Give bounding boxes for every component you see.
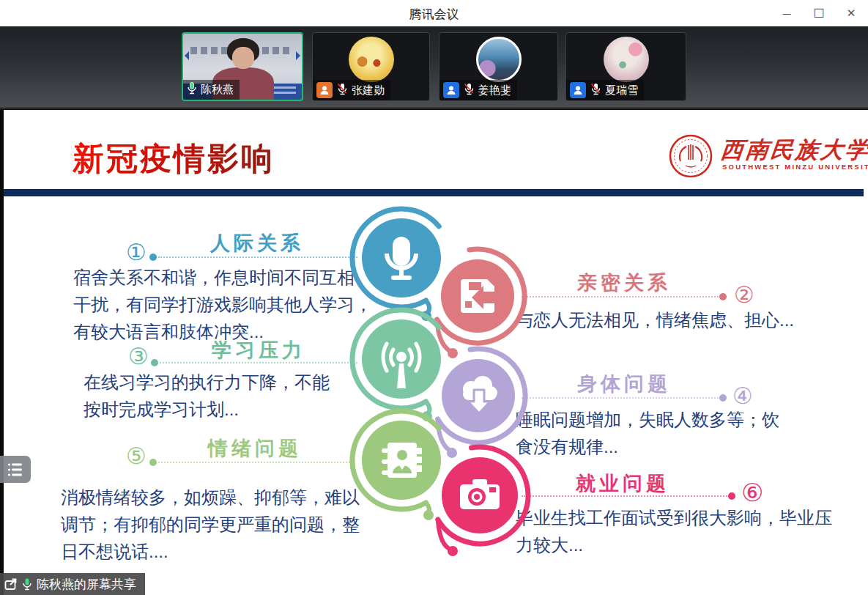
broadcast-antenna-icon-circle	[352, 310, 441, 421]
title-divider-bar	[4, 189, 864, 196]
avatar	[349, 37, 394, 82]
infographic-icon-column	[341, 198, 531, 564]
university-name-en: SOUTHWEST MINZU UNIVERSITY	[722, 163, 868, 171]
section-title-5: 情绪问题	[208, 435, 302, 462]
participant-tile-jiangyanfei[interactable]: 姜艳斐	[439, 32, 558, 101]
section-body-3: 在线习学习的执行力下降，不能 按时完成学习计划...	[84, 369, 330, 423]
maximize-button[interactable]: ☐	[808, 3, 830, 23]
section-number-1: ①	[126, 239, 146, 266]
mic-muted-icon	[590, 83, 601, 98]
connector-dot	[151, 359, 158, 366]
floppy-disk-icon-circle	[437, 249, 524, 358]
window-controls: ─ ☐ ✕	[776, 0, 862, 26]
address-book-icon-circle	[352, 411, 441, 520]
letterbox-strip	[0, 110, 4, 595]
section-number-6: ⑥	[741, 478, 763, 507]
university-logo: 西南民族大学 SOUTHWEST MINZU UNIVERSITY	[668, 133, 844, 179]
mic-active-icon	[187, 82, 197, 97]
section-body-1: 宿舍关系不和谐，作息时间不同互相 干扰，有同学打游戏影响其他人学习， 有较大语言…	[73, 264, 372, 345]
screen-share-banner: 陈秋燕的屏幕共享	[0, 573, 145, 595]
section-number-3: ③	[128, 343, 149, 370]
share-arrow-icon	[4, 577, 18, 591]
connector-line	[522, 495, 730, 497]
tencent-meeting-window: 腾讯会议 ─ ☐ ✕ 陈秋燕	[0, 0, 868, 595]
university-name-cn: 西南民族大学	[719, 135, 868, 166]
avatar	[476, 37, 522, 82]
connector-dot	[149, 459, 157, 466]
window-titlebar: 腾讯会议 ─ ☐ ✕	[0, 0, 868, 26]
section-body-4: 睡眠问题增加，失眠人数多等；饮 食没有规律...	[516, 406, 779, 460]
member-list-tab[interactable]	[0, 456, 31, 483]
participant-namebar: 张建勋	[313, 80, 390, 100]
university-seal-icon	[668, 133, 713, 179]
participant-namebar: 夏瑞雪	[566, 80, 644, 100]
section-number-2: ②	[734, 281, 754, 308]
section-body-5: 消极情绪较多，如烦躁、抑郁等，难以 调节；有抑郁的同学更严重的问题，整 日不想说…	[61, 484, 360, 565]
minimize-button[interactable]: ─	[776, 3, 798, 23]
connector-dot	[149, 254, 157, 261]
avatar	[604, 37, 649, 82]
mic-active-icon	[22, 578, 32, 591]
participant-namebar: 姜艳斐	[439, 80, 517, 100]
camera-icon-circle	[438, 447, 528, 556]
section-title-1: 人际关系	[210, 230, 304, 256]
participant-badge-icon	[316, 82, 333, 98]
video-strip: 陈秋燕 张建勋	[0, 26, 868, 110]
participant-tile-chenqiuyan[interactable]: 陈秋燕	[182, 32, 303, 101]
section-body-2: 与恋人无法相见，情绪焦虑、担心...	[516, 306, 794, 333]
connector-line	[160, 362, 357, 363]
slide-title: 新冠疫情影响	[73, 138, 275, 180]
connector-line	[522, 296, 721, 298]
connector-dot	[728, 492, 735, 500]
list-icon	[7, 462, 23, 477]
participant-name: 姜艳斐	[478, 84, 511, 97]
section-title-4: 身体问题	[577, 371, 671, 397]
mic-muted-icon	[336, 83, 348, 98]
share-banner-label: 陈秋燕的屏幕共享	[37, 576, 136, 593]
section-title-6: 就业问题	[576, 470, 669, 497]
close-button[interactable]: ✕	[840, 3, 862, 23]
section-title-2: 亲密关系	[577, 270, 671, 296]
window-title: 腾讯会议	[0, 6, 868, 23]
participant-name: 陈秋燕	[201, 83, 234, 97]
connector-line	[522, 397, 721, 399]
participant-badge-icon	[570, 82, 586, 98]
section-title-3: 学习压力	[212, 337, 305, 363]
participant-name: 夏瑞雪	[605, 84, 638, 97]
participant-tile-zhangjianxun[interactable]: 张建勋	[312, 32, 430, 101]
section-body-6: 毕业生找工作面试受到很大影响，毕业压 力较大...	[516, 504, 832, 558]
microphone-icon-circle	[352, 209, 441, 321]
participant-badge-icon	[443, 82, 459, 98]
participant-tile-xiaruixue[interactable]: 夏瑞雪	[565, 32, 686, 101]
connector-line	[158, 256, 357, 258]
cloud-download-icon-circle	[438, 349, 525, 458]
connector-dot	[719, 293, 727, 300]
participant-namebar: 陈秋燕	[183, 80, 240, 100]
connector-line	[158, 462, 353, 463]
participant-name: 张建勋	[352, 84, 385, 97]
section-number-5: ⑤	[126, 443, 146, 470]
mic-muted-icon	[463, 83, 475, 98]
connector-dot	[719, 394, 727, 402]
